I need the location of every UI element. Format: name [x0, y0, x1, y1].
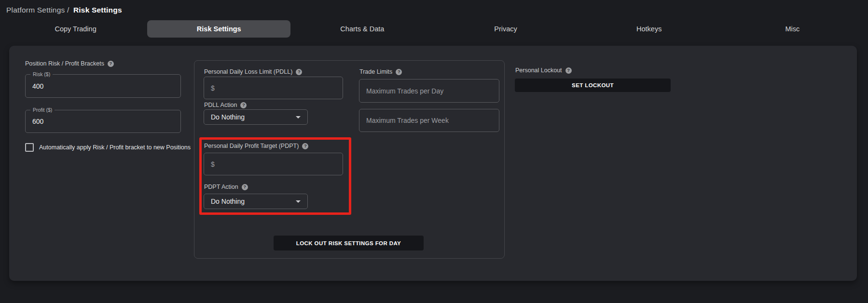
tab-risk-settings[interactable]: Risk Settings	[147, 20, 290, 38]
risk-field: Risk ($)	[25, 74, 181, 98]
help-icon[interactable]: ?	[565, 67, 572, 74]
daily-limits-panel: Personal Daily Loss Limit (PDLL) ? PDLL …	[194, 60, 505, 259]
chevron-down-icon	[296, 200, 301, 203]
pdpt-label: Personal Daily Profit Target (PDPT) ?	[204, 143, 308, 149]
profit-field: Profit ($)	[25, 110, 181, 133]
pdll-field	[204, 77, 343, 99]
pdll-action-select[interactable]: Do Nothing	[204, 109, 308, 125]
pdll-label: Personal Daily Loss Limit (PDLL) ?	[204, 68, 302, 75]
pdll-input[interactable]	[204, 77, 343, 99]
personal-lockout-label: Personal Lockout ?	[515, 67, 572, 74]
max-trades-day-field	[359, 79, 499, 103]
auto-apply-checkbox[interactable]	[25, 143, 34, 152]
settings-tabbar: Copy Trading Risk Settings Charts & Data…	[4, 20, 864, 38]
pdll-action-label-text: PDLL Action	[204, 102, 237, 108]
auto-apply-row: Automatically apply Risk / Profit bracke…	[25, 143, 191, 152]
pdll-action-value: Do Nothing	[211, 113, 245, 121]
lock-out-risk-settings-button[interactable]: LOCK OUT RISK SETTINGS FOR DAY	[274, 236, 424, 250]
personal-lockout-label-text: Personal Lockout	[515, 67, 562, 74]
help-icon[interactable]: ?	[242, 184, 248, 190]
pdpt-action-select[interactable]: Do Nothing	[204, 194, 308, 209]
max-trades-week-field	[359, 109, 499, 132]
trade-limits-label: Trade Limits ?	[359, 68, 402, 75]
breadcrumb: Platform Settings / Risk Settings	[6, 6, 122, 14]
set-lockout-button[interactable]: SET LOCKOUT	[515, 79, 671, 92]
max-trades-week-input[interactable]	[359, 109, 499, 132]
pdll-label-text: Personal Daily Loss Limit (PDLL)	[204, 68, 292, 75]
risk-input[interactable]	[26, 75, 180, 97]
pdpt-label-text: Personal Daily Profit Target (PDPT)	[204, 143, 299, 149]
help-icon[interactable]: ?	[108, 61, 114, 67]
position-brackets-label: Position Risk / Profit Brackets ?	[25, 60, 114, 67]
tab-misc[interactable]: Misc	[721, 20, 864, 38]
pdpt-action-label-text: PDPT Action	[204, 184, 238, 190]
pdpt-action-label: PDPT Action ?	[204, 184, 248, 190]
pdll-action-label: PDLL Action ?	[204, 102, 247, 108]
help-icon[interactable]: ?	[240, 102, 247, 108]
tab-charts-data[interactable]: Charts & Data	[290, 20, 434, 38]
help-icon[interactable]: ?	[302, 143, 308, 149]
breadcrumb-current: Risk Settings	[73, 6, 122, 14]
chevron-down-icon	[296, 116, 301, 119]
trade-limits-label-text: Trade Limits	[359, 68, 392, 75]
tab-privacy[interactable]: Privacy	[434, 20, 577, 38]
help-icon[interactable]: ?	[396, 69, 402, 75]
pdpt-field	[204, 153, 343, 175]
help-icon[interactable]: ?	[296, 69, 302, 75]
profit-input[interactable]	[26, 110, 180, 132]
main-panel: Position Risk / Profit Brackets ? Risk (…	[9, 46, 857, 281]
pdpt-action-value: Do Nothing	[211, 198, 245, 205]
position-brackets-label-text: Position Risk / Profit Brackets	[25, 60, 104, 67]
max-trades-day-input[interactable]	[359, 79, 499, 102]
auto-apply-label: Automatically apply Risk / Profit bracke…	[39, 144, 191, 151]
tab-copy-trading[interactable]: Copy Trading	[4, 20, 147, 38]
breadcrumb-parent[interactable]: Platform Settings /	[6, 6, 69, 14]
risk-settings-screen: Platform Settings / Risk Settings Copy T…	[0, 0, 868, 303]
tab-hotkeys[interactable]: Hotkeys	[578, 20, 721, 38]
pdpt-input[interactable]	[204, 153, 343, 175]
